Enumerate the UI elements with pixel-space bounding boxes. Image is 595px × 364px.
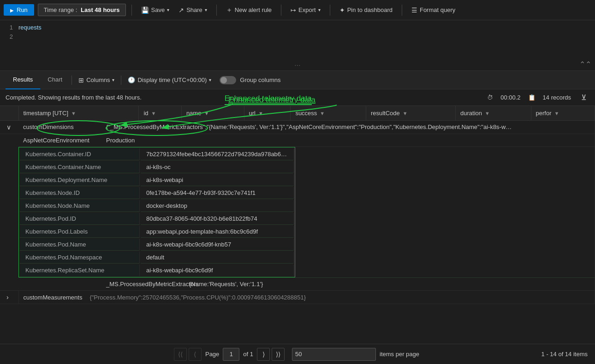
- k8s-value: 80dbca37-8065-400f-b320-b6e81b22fb74: [141, 213, 294, 225]
- last-page-button[interactable]: ⟩⟩: [272, 348, 285, 361]
- table-container[interactable]: timestamp [UTC] ▼ id ▼ n: [0, 106, 595, 344]
- k8s-row: Kubernetes.Pod.ID80dbca37-8065-400f-b320…: [20, 213, 294, 225]
- duration-icon: ⏱: [487, 94, 493, 101]
- status-right: ⏱ 00:00.2 📋 14 records ⊻: [487, 93, 589, 102]
- k8s-section: Kubernetes.Container.ID7b22791324febe4bc…: [18, 147, 595, 277]
- th-duration: duration ▼: [456, 106, 531, 121]
- toggle-switch[interactable]: [220, 76, 236, 84]
- th-url: url ▼: [244, 106, 291, 121]
- th-timestamp: timestamp [UTC] ▼: [18, 106, 139, 121]
- of-label: of 1: [243, 351, 253, 358]
- columns-button[interactable]: ⊞ Columns ▾: [74, 75, 119, 86]
- clock-icon: 🕐: [128, 76, 135, 83]
- status-bar: Completed. Showing results from the last…: [0, 89, 595, 106]
- tab-chart[interactable]: Chart: [40, 71, 70, 89]
- k8s-row: Kubernetes.Node.Namedocker-desktop: [20, 200, 294, 212]
- save-button[interactable]: 💾 Save ▾: [137, 4, 173, 16]
- k8s-value: 7b22791324febe4bc134566722d794239da978ab…: [141, 148, 294, 160]
- export-chevron-icon: ▾: [318, 7, 321, 12]
- filter-duration-icon[interactable]: ▼: [485, 111, 490, 116]
- ms-value: {Name:'Requests', Ver:'1.1'}: [184, 278, 268, 290]
- separator-5: [402, 5, 402, 16]
- cd-value: {"_MS.ProcessedByMetricExtractors":"{Nam…: [101, 121, 517, 133]
- filter-url-icon[interactable]: ▼: [258, 111, 263, 116]
- separator-1: [131, 5, 132, 16]
- collapsed-expand-cell[interactable]: ›: [0, 291, 18, 304]
- editor-ellipsis: ···: [0, 60, 595, 70]
- items-per-page-input[interactable]: [292, 348, 376, 361]
- row-collapse-button[interactable]: ∨: [5, 123, 13, 131]
- export-button[interactable]: ↦ Export ▾: [287, 4, 324, 16]
- k8s-value: default: [141, 252, 294, 264]
- line-numbers: 1 2: [0, 23, 18, 58]
- k8s-value: ai-k8s-webapi-6bc9c6d9f: [141, 264, 294, 276]
- export-icon: ↦: [291, 6, 296, 14]
- table-row-expanded: ∨ customDimensions {"_MS.ProcessedByMetr…: [0, 121, 595, 291]
- k8s-row: Kubernetes.Pod.Nameai-k8s-webapi-6bc9c6d…: [20, 239, 294, 251]
- records-icon: 📋: [528, 94, 536, 101]
- pin-dashboard-button[interactable]: ✦ Pin to dashboard: [336, 4, 396, 16]
- tab-results[interactable]: Results: [6, 71, 40, 89]
- k8s-key: Kubernetes.ReplicaSet.Name: [20, 264, 140, 276]
- time-range-value: Last 48 hours: [81, 6, 120, 13]
- editor-line-1: requests: [18, 23, 595, 32]
- th-name: name ▼: [181, 106, 244, 121]
- separator-4: [330, 5, 330, 16]
- table-row-collapsed[interactable]: › customMeasurements {"Process.Memory":2…: [0, 291, 595, 304]
- next-page-button[interactable]: ⟩: [257, 348, 270, 361]
- filter-success-icon[interactable]: ▼: [320, 111, 325, 116]
- k8s-key: Kubernetes.Node.Name: [20, 200, 140, 212]
- new-alert-button[interactable]: ＋ New alert rule: [222, 4, 275, 17]
- k8s-key: Kubernetes.Pod.Labels: [20, 226, 140, 238]
- expand-results-button[interactable]: ⊻: [578, 93, 589, 102]
- expanded-cell: ∨ customDimensions {"_MS.ProcessedByMetr…: [0, 121, 595, 291]
- filter-timestamp-icon[interactable]: ▼: [71, 111, 76, 116]
- k8s-table: Kubernetes.Container.ID7b22791324febe4bc…: [18, 147, 295, 277]
- save-icon: 💾: [141, 6, 149, 14]
- run-button[interactable]: Run: [4, 4, 34, 16]
- results-area: Results Chart ⊞ Columns ▾ 🕐 Display time…: [0, 71, 595, 364]
- share-button[interactable]: ↗ Share ▾: [175, 4, 211, 16]
- columns-icon: ⊞: [78, 76, 84, 84]
- ms-row: _MS.ProcessedByMetricExtractors {Name:'R…: [18, 277, 595, 290]
- th-perfor: perfor ▼: [531, 106, 595, 121]
- table-header-row: timestamp [UTC] ▼ id ▼ n: [0, 106, 595, 121]
- k8s-row: Kubernetes.Pod.Namespacedefault: [20, 252, 294, 264]
- editor-area[interactable]: 1 2 requests ··· ⌃⌃: [0, 20, 595, 71]
- row-expand-button[interactable]: ›: [5, 294, 11, 301]
- k8s-row: Kubernetes.Container.Nameai-k8s-oc: [20, 161, 294, 173]
- time-range-button[interactable]: Time range : Last 48 hours: [38, 4, 126, 16]
- filter-perfor-icon[interactable]: ▼: [554, 111, 559, 116]
- k8s-row: Kubernetes.Deployment.Nameai-k8s-webapi: [20, 174, 294, 186]
- format-query-button[interactable]: ☰ Format query: [408, 4, 459, 16]
- k8s-value: ai-k8s-webapi: [141, 174, 294, 186]
- env-row: AspNetCoreEnvironment Production: [18, 134, 595, 147]
- first-page-button[interactable]: ⟨⟨: [174, 348, 187, 361]
- k8s-value: ai-k8s-webapi-6bc9c6d9f-knb57: [141, 239, 294, 251]
- filter-resultcode-icon[interactable]: ▼: [403, 111, 408, 116]
- k8s-key: Kubernetes.Pod.Namespace: [20, 252, 140, 264]
- status-text: Completed. Showing results from the last…: [6, 94, 142, 101]
- collapsed-content-cell[interactable]: customMeasurements {"Process.Memory":257…: [18, 291, 595, 304]
- results-table: timestamp [UTC] ▼ id ▼ n: [0, 106, 595, 304]
- th-id: id ▼: [139, 106, 182, 121]
- pin-icon: ✦: [339, 6, 345, 14]
- filter-id-icon[interactable]: ▼: [151, 111, 156, 116]
- toolbar: Run Time range : Last 48 hours 💾 Save ▾ …: [0, 0, 595, 20]
- collapsed-value: {"Process.Memory":25702465536,"Process.C…: [89, 294, 306, 301]
- time-chevron-icon: ▾: [209, 77, 211, 82]
- filter-name-icon[interactable]: ▼: [204, 111, 209, 116]
- run-label: Run: [17, 6, 28, 13]
- group-columns-toggle[interactable]: Group columns: [220, 76, 280, 84]
- collapse-editor-button[interactable]: ⌃⌃: [579, 60, 591, 69]
- page-input[interactable]: [223, 348, 239, 361]
- prev-page-button[interactable]: ⟨: [189, 348, 202, 361]
- ms-label: _MS.ProcessedByMetricExtractors: [101, 278, 184, 290]
- tab-divider: [71, 76, 72, 85]
- editor-text[interactable]: requests: [18, 23, 595, 58]
- k8s-row: Kubernetes.ReplicaSet.Nameai-k8s-webapi-…: [20, 264, 294, 276]
- k8s-value: 0fe178be-a594-4e77-b93f-9320c7e741f1: [141, 187, 294, 199]
- display-time-button[interactable]: 🕐 Display time (UTC+00:00) ▾: [123, 75, 216, 85]
- th-resultcode: resultCode ▼: [366, 106, 455, 121]
- share-icon: ↗: [178, 6, 184, 14]
